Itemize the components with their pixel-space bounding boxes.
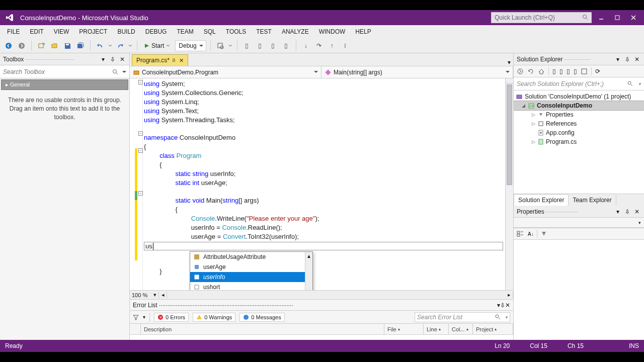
config-combo[interactable]: Debug [175, 40, 206, 51]
tb-more[interactable]: ⁞ [340, 40, 351, 51]
open-button[interactable] [49, 40, 60, 51]
start-button[interactable]: Start [141, 42, 173, 49]
step-over-button[interactable]: ↷ [313, 40, 325, 51]
categorized-icon[interactable] [517, 230, 524, 237]
scrollbar-thumb[interactable] [507, 84, 512, 185]
col-description[interactable]: Description [141, 324, 384, 334]
type-combo[interactable]: ConsoleInputDemo.Program [130, 66, 321, 78]
menu-tools[interactable]: TOOLS [222, 26, 250, 37]
col-col[interactable]: Col...▴ [449, 324, 473, 334]
close-tab-icon[interactable]: ✕ [179, 57, 184, 64]
solution-tree[interactable]: Solution 'ConsoleInputDemo' (1 project) … [514, 90, 644, 194]
menu-project[interactable]: PROJECT [75, 26, 111, 37]
pin-icon[interactable] [172, 58, 176, 63]
menu-file[interactable]: FILE [3, 26, 24, 37]
pin-icon[interactable] [623, 55, 631, 63]
intelli-item[interactable]: userAge [190, 262, 312, 272]
panel-dropdown-icon[interactable]: ▾ [614, 208, 622, 216]
redo-dropdown[interactable] [128, 40, 133, 51]
save-all-button[interactable] [75, 40, 86, 51]
tab-program-cs[interactable]: Program.cs* ✕ [132, 54, 188, 66]
menu-build[interactable]: BUILD [113, 26, 139, 37]
chevron-down-icon[interactable] [122, 71, 126, 75]
menu-view[interactable]: VIEW [50, 26, 73, 37]
chevron-down-icon[interactable]: ▾ [638, 81, 641, 86]
properties-node[interactable]: ▷Properties [514, 110, 644, 119]
zoom-combo[interactable]: 100 %▾ [130, 292, 159, 298]
errors-chip[interactable]: ✕0 Errors [154, 313, 189, 322]
code-editor[interactable]: − − − − using System; using System.Colle… [130, 78, 513, 290]
messages-chip[interactable]: 0 Messages [239, 313, 284, 322]
panel-dropdown-icon[interactable]: ▾ [99, 55, 107, 63]
undo-dropdown[interactable] [108, 40, 113, 51]
menu-debug[interactable]: DEBUG [141, 26, 171, 37]
se-showall-icon[interactable]: ⟳ [595, 68, 600, 75]
filter-icon[interactable] [133, 314, 139, 320]
step-into-button[interactable]: ↓ [300, 40, 311, 51]
menu-window[interactable]: WINDOW [315, 26, 350, 37]
split-handle[interactable] [506, 78, 513, 83]
intelli-item-selected[interactable]: userInfo [190, 272, 312, 282]
menu-analyze[interactable]: ANALYZE [278, 26, 313, 37]
props-combo[interactable]: ▾ [514, 218, 644, 228]
se-home2-icon[interactable] [538, 68, 545, 75]
save-button[interactable] [62, 40, 73, 51]
new-project-button[interactable] [36, 40, 47, 51]
se-btn[interactable]: ▯ [567, 68, 570, 75]
close-icon[interactable]: ✕ [633, 208, 641, 216]
se-btn[interactable]: ▯ [574, 68, 577, 75]
menu-help[interactable]: HELP [351, 26, 375, 37]
toolbox-search[interactable] [0, 65, 129, 78]
intelli-item[interactable]: ushort [190, 282, 312, 290]
panel-dropdown-icon[interactable]: ▾ [614, 55, 622, 63]
tb-btn-2[interactable]: ▯ [255, 40, 266, 51]
appconfig-node[interactable]: App.config [514, 128, 644, 137]
menu-team[interactable]: TEAM [173, 26, 197, 37]
intellisense-popup[interactable]: AttributeUsageAttribute userAge userInfo… [190, 251, 313, 290]
se-search-input[interactable]: Search Solution Explorer (Ctrl+;) ▾ [514, 77, 644, 90]
error-search-input[interactable]: Search Error List ▾ [415, 312, 510, 322]
se-home-icon[interactable] [517, 68, 524, 75]
props-btn[interactable] [540, 230, 547, 237]
tab-team-explorer[interactable]: Team Explorer [569, 195, 616, 206]
menu-sql[interactable]: SQL [200, 26, 220, 37]
solution-node[interactable]: Solution 'ConsoleInputDemo' (1 project) [514, 92, 644, 101]
tb-btn-1[interactable]: ▯ [242, 40, 253, 51]
redo-button[interactable] [115, 40, 126, 51]
find-dropdown[interactable] [228, 40, 233, 51]
scroll-up-icon[interactable]: ▴ [305, 252, 312, 259]
references-node[interactable]: ▷References [514, 119, 644, 128]
alpha-icon[interactable]: A↓ [527, 230, 534, 237]
pin-icon[interactable] [500, 303, 505, 308]
menu-test[interactable]: TEST [252, 26, 276, 37]
step-out-button[interactable]: ↑ [327, 40, 338, 51]
se-btn[interactable]: ▯ [559, 68, 563, 75]
col-file[interactable]: File▴ [384, 324, 424, 334]
nav-back-button[interactable] [3, 40, 14, 51]
se-collapse-icon[interactable]: ▯ [552, 68, 556, 75]
project-node[interactable]: ◢C#ConsoleInputDemo [514, 101, 644, 110]
tab-overflow-dropdown[interactable]: ▾ [505, 59, 513, 66]
editor-scrollbar[interactable] [505, 78, 513, 290]
quick-launch-input[interactable]: Quick Launch (Ctrl+Q) [491, 12, 592, 23]
pin-icon[interactable] [109, 55, 117, 63]
chevron-down-icon[interactable]: ▾ [505, 315, 508, 320]
nav-fwd-button[interactable] [16, 40, 27, 51]
toolbox-search-input[interactable] [3, 68, 126, 75]
tb-btn-4[interactable]: ▯ [281, 40, 292, 51]
hscroll-right[interactable]: ▸ [505, 292, 513, 298]
menu-edit[interactable]: EDIT [26, 26, 47, 37]
close-icon[interactable]: ✕ [633, 55, 641, 63]
member-combo[interactable]: Main(string[] args) [321, 66, 513, 78]
current-line[interactable]: us [144, 242, 503, 250]
se-refresh-icon[interactable] [527, 68, 534, 75]
warnings-chip[interactable]: 0 Warnings [193, 313, 235, 322]
hscroll-left[interactable]: ◂ [159, 292, 167, 298]
find-button[interactable] [215, 40, 226, 51]
tb-btn-3[interactable]: ▯ [268, 40, 279, 51]
toolbox-group-general[interactable]: ▸ General [1, 79, 128, 90]
undo-button[interactable] [95, 40, 106, 51]
close-button[interactable] [627, 11, 640, 24]
intelli-item[interactable]: AttributeUsageAttribute [190, 252, 312, 262]
programcs-node[interactable]: ▷Program.cs [514, 137, 644, 146]
